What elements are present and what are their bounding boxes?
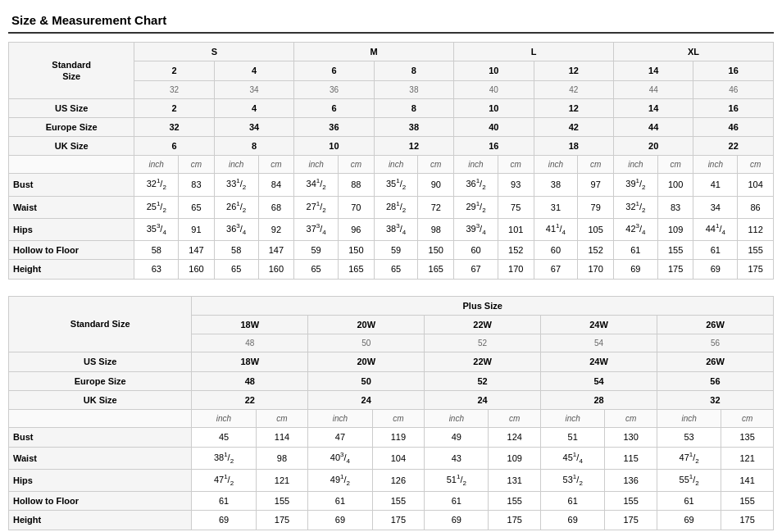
plus-eu-size: 52	[425, 334, 541, 352]
plus-measurement-inch: 69	[425, 511, 489, 530]
measurement-inch: 61	[614, 241, 658, 260]
plus-measurement-cm: 98	[256, 447, 308, 469]
plus-eu-val: 48	[192, 371, 308, 390]
plus-measurement-cm: 175	[605, 511, 657, 530]
measurement-cm: 152	[578, 241, 614, 260]
plus-us-val: 20W	[308, 352, 425, 371]
uk-size-val: 10	[294, 137, 374, 156]
plus-measurement-cm: 121	[256, 469, 308, 491]
measurement-cm: 84	[258, 174, 294, 196]
measurement-inch: 65	[374, 260, 418, 279]
measurement-cm: 175	[657, 260, 693, 279]
measurement-inch: 31	[534, 196, 578, 218]
measurement-cm: 93	[498, 174, 534, 196]
unit-label: cm	[578, 156, 614, 174]
plus-measurement-label: Waist	[9, 447, 192, 469]
plus-eu-size: 50	[308, 334, 425, 352]
plus-measurement-inch: 69	[308, 511, 372, 530]
unit-label: inch	[534, 156, 578, 174]
measurement-cm: 160	[179, 260, 215, 279]
measurement-cm: 150	[339, 241, 375, 260]
unit-label: cm	[179, 156, 215, 174]
standard-size-header-2: Standard Size	[9, 296, 192, 352]
plus-us-label: US Size	[9, 352, 192, 371]
unit-label: inch	[294, 156, 339, 174]
plus-uk-val: 24	[308, 390, 425, 409]
plus-eu-val: 52	[425, 371, 541, 390]
measurement-inch: 67	[454, 260, 498, 279]
size-chart-table-1: StandardSize S M L XL 2 4 6 8 10 12 14 1…	[8, 42, 774, 280]
measurement-cm: 65	[179, 196, 215, 218]
unit-label-2: cm	[372, 410, 425, 428]
europe-size-val: 44	[614, 117, 693, 136]
plus-measurement-cm: 155	[372, 492, 425, 511]
uk-size-val: 18	[534, 137, 613, 156]
unit-label: cm	[258, 156, 294, 174]
plus-us-val: 22W	[425, 352, 541, 371]
measurement-cm: 160	[258, 260, 294, 279]
measurement-inch: 67	[534, 260, 578, 279]
us-size-12: 12	[534, 61, 613, 80]
unit-label-2: inch	[192, 410, 256, 428]
plus-us-size: 20W	[308, 316, 425, 334]
measurement-inch: 391/2	[614, 174, 658, 196]
europe-size-val: 36	[294, 117, 374, 136]
measurement-label: Height	[9, 260, 134, 279]
plus-measurement-inch: 51	[541, 428, 605, 447]
measurement-inch: 60	[454, 241, 498, 260]
s-header: S	[134, 43, 294, 61]
measurement-inch: 34	[693, 196, 738, 218]
measurement-inch: 271/2	[294, 196, 339, 218]
unit-label-2: cm	[489, 410, 541, 428]
plus-measurement-cm: 135	[721, 428, 774, 447]
plus-measurement-cm: 131	[489, 469, 541, 491]
measurement-inch: 383/4	[374, 218, 418, 240]
eu-size-46: 46	[693, 80, 774, 98]
unit-label: cm	[657, 156, 693, 174]
measurement-cm: 90	[418, 174, 454, 196]
measurement-cm: 101	[498, 218, 534, 240]
plus-uk-val: 28	[541, 390, 657, 409]
plus-measurement-inch: 43	[425, 447, 489, 469]
unit-label: inch	[614, 156, 658, 174]
europe-size-val: 38	[374, 117, 453, 136]
unit-empty	[9, 156, 134, 174]
measurement-cm: 72	[418, 196, 454, 218]
measurement-cm: 175	[738, 260, 774, 279]
plus-uk-val: 32	[657, 390, 773, 409]
measurement-inch: 441/4	[693, 218, 738, 240]
plus-eu-size: 54	[541, 334, 657, 352]
europe-size-val: 34	[214, 117, 293, 136]
measurement-label: Hollow to Floor	[9, 241, 134, 260]
measurement-cm: 105	[578, 218, 614, 240]
europe-size-val: 46	[693, 117, 774, 136]
standard-size-header: StandardSize	[9, 43, 134, 99]
measurement-inch: 61	[693, 241, 738, 260]
measurement-inch: 281/2	[374, 196, 418, 218]
plus-eu-val: 50	[308, 371, 425, 390]
unit-label-2: inch	[308, 410, 372, 428]
eu-size-44: 44	[614, 80, 693, 98]
measurement-label: Hips	[9, 218, 134, 240]
plus-measurement-inch: 491/2	[308, 469, 372, 491]
uk-size-val: 8	[214, 137, 293, 156]
measurement-inch: 291/2	[454, 196, 498, 218]
measurement-inch: 331/2	[214, 174, 258, 196]
unit-label-2: cm	[256, 410, 308, 428]
measurement-cm: 96	[339, 218, 375, 240]
us-size-val: 12	[534, 98, 613, 117]
uk-size-val: 6	[134, 137, 214, 156]
plus-measurement-cm: 155	[721, 492, 774, 511]
unit-label-2: cm	[605, 410, 657, 428]
us-size-label: US Size	[9, 98, 134, 117]
us-size-16: 16	[693, 61, 774, 80]
measurement-cm: 92	[258, 218, 294, 240]
plus-measurement-inch: 381/2	[192, 447, 256, 469]
measurement-cm: 83	[657, 196, 693, 218]
uk-size-val: 12	[374, 137, 453, 156]
plus-measurement-inch: 61	[192, 492, 256, 511]
measurement-inch: 63	[134, 260, 179, 279]
us-size-10: 10	[454, 61, 534, 80]
measurement-inch: 351/2	[374, 174, 418, 196]
measurement-cm: 83	[179, 174, 215, 196]
